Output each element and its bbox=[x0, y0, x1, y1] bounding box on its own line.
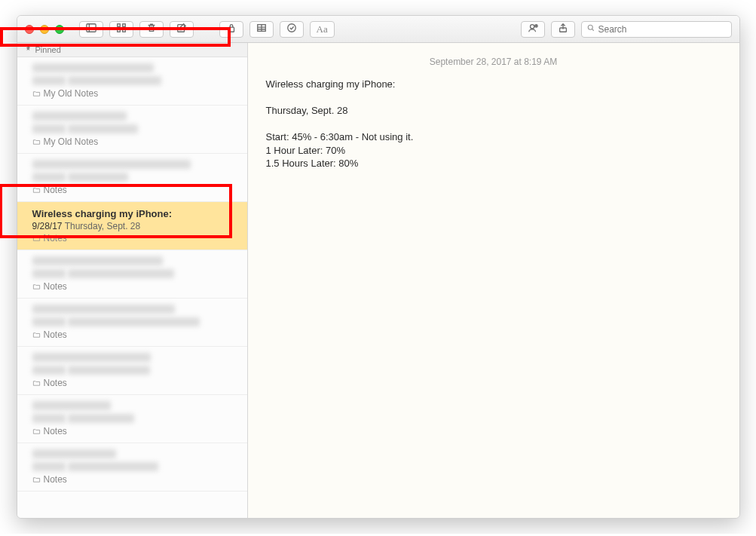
note-item-title: redacted bbox=[32, 112, 232, 123]
trash-icon bbox=[146, 23, 157, 35]
lock-note-button[interactable] bbox=[219, 21, 243, 38]
table-icon bbox=[256, 23, 267, 35]
svg-point-14 bbox=[287, 24, 295, 32]
svg-point-15 bbox=[530, 25, 534, 29]
note-item-folder: Notes bbox=[32, 329, 232, 340]
note-item-folder: Notes bbox=[32, 233, 232, 243]
format-button[interactable]: Aa bbox=[310, 21, 335, 38]
note-list-item[interactable]: redactedxx xxNotes bbox=[17, 443, 247, 492]
note-item-title: Wireless charging my iPhone: bbox=[32, 208, 232, 219]
note-item-folder: Notes bbox=[32, 281, 232, 292]
svg-rect-3 bbox=[122, 24, 125, 27]
note-item-folder: Notes bbox=[32, 426, 232, 436]
svg-rect-4 bbox=[117, 29, 120, 32]
compose-icon bbox=[176, 23, 187, 35]
note-item-meta: xx xx bbox=[32, 124, 232, 135]
note-item-title: redacted bbox=[32, 353, 232, 364]
search-input[interactable] bbox=[598, 24, 727, 35]
minimize-window-button[interactable] bbox=[40, 25, 49, 34]
svg-point-20 bbox=[588, 25, 592, 29]
note-item-meta: xx xx bbox=[32, 76, 232, 87]
checklist-button[interactable] bbox=[280, 21, 304, 38]
fullscreen-window-button[interactable] bbox=[55, 25, 64, 34]
sidebar-icon bbox=[86, 23, 96, 35]
note-list-item[interactable]: redactedxx xxMy Old Notes bbox=[17, 106, 247, 154]
window-controls bbox=[25, 25, 64, 34]
pinned-label: Pinned bbox=[35, 45, 61, 54]
pin-icon bbox=[25, 45, 32, 54]
note-item-folder: My Old Notes bbox=[32, 136, 232, 147]
note-list-item[interactable]: redactedxx xxNotes bbox=[17, 250, 247, 299]
note-list-item[interactable]: redactedxx xxMy Old Notes bbox=[17, 57, 247, 106]
note-item-meta: xx xx bbox=[32, 173, 232, 183]
pinned-section-header: Pinned bbox=[17, 43, 247, 57]
note-item-meta: xx xx bbox=[32, 366, 232, 376]
search-field[interactable] bbox=[581, 21, 732, 38]
note-editor[interactable]: September 28, 2017 at 8:19 AM Wireless c… bbox=[248, 43, 739, 518]
note-item-meta: xx xx bbox=[32, 269, 232, 280]
note-list-item[interactable]: redactedxx xxNotes bbox=[17, 347, 247, 395]
note-item-folder: Notes bbox=[32, 378, 232, 388]
content-area: Pinned redactedxx xxMy Old Notesredacted… bbox=[17, 43, 739, 518]
notes-list-sidebar[interactable]: Pinned redactedxx xxMy Old Notesredacted… bbox=[17, 43, 248, 518]
notes-window: Aa Pinned bbox=[17, 15, 740, 519]
note-item-meta: xx xx bbox=[32, 317, 232, 328]
note-list-item[interactable]: redactedxx xxNotes bbox=[17, 299, 247, 347]
note-item-meta: xx xx bbox=[32, 462, 232, 473]
table-button[interactable] bbox=[249, 21, 274, 38]
lock-icon bbox=[226, 23, 237, 35]
grid-view-button[interactable] bbox=[109, 21, 133, 38]
new-note-button[interactable] bbox=[170, 21, 194, 38]
note-item-title: redacted bbox=[32, 256, 232, 268]
add-people-icon bbox=[528, 23, 538, 35]
add-people-button[interactable] bbox=[521, 21, 545, 38]
note-content[interactable]: Wireless charging my iPhone: Thursday, S… bbox=[266, 78, 721, 170]
svg-rect-2 bbox=[117, 24, 120, 27]
search-icon bbox=[586, 23, 595, 35]
note-timestamp: September 28, 2017 at 8:19 AM bbox=[266, 57, 721, 67]
share-button[interactable] bbox=[551, 21, 575, 38]
note-item-title: redacted bbox=[32, 63, 232, 75]
svg-line-21 bbox=[592, 29, 593, 31]
note-item-folder: Notes bbox=[32, 185, 232, 195]
note-item-title: redacted bbox=[32, 401, 232, 412]
note-list-item-selected[interactable]: Wireless charging my iPhone:9/28/17 Thur… bbox=[17, 202, 247, 250]
note-item-title: redacted bbox=[32, 160, 232, 171]
close-window-button[interactable] bbox=[25, 25, 34, 34]
titlebar: Aa bbox=[17, 16, 739, 43]
note-item-folder: Notes bbox=[32, 474, 232, 485]
share-icon bbox=[558, 23, 568, 35]
note-item-meta: 9/28/17 Thursday, Sept. 28 bbox=[32, 221, 232, 231]
svg-rect-5 bbox=[122, 29, 125, 32]
format-icon: Aa bbox=[317, 23, 328, 35]
svg-rect-9 bbox=[228, 27, 234, 32]
note-item-title: redacted bbox=[32, 305, 232, 316]
note-item-folder: My Old Notes bbox=[32, 88, 232, 99]
grid-icon bbox=[116, 23, 127, 35]
delete-note-button[interactable] bbox=[139, 21, 164, 38]
note-item-meta: xx xx bbox=[32, 414, 232, 424]
note-list-item[interactable]: redactedxx xxNotes bbox=[17, 395, 247, 443]
checklist-icon bbox=[286, 23, 297, 35]
note-item-title: redacted bbox=[32, 449, 232, 461]
toggle-sidebar-button[interactable] bbox=[79, 21, 103, 38]
svg-rect-0 bbox=[86, 24, 95, 32]
note-list-item[interactable]: redactedxx xxNotes bbox=[17, 154, 247, 202]
